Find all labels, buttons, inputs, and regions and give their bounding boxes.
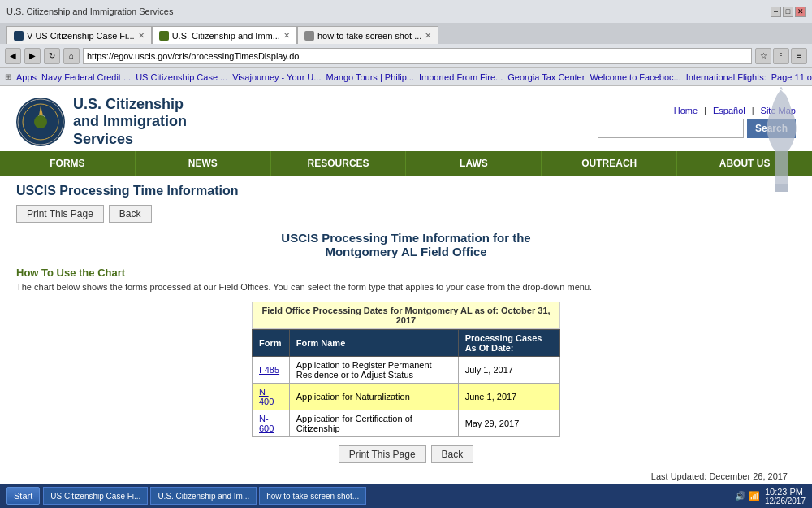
bookmark-5[interactable]: Imported From Fire... [419, 72, 503, 82]
nav-laws[interactable]: LAWS [406, 151, 542, 176]
forward-button[interactable]: ▶ [24, 48, 41, 64]
bookmark-1[interactable]: Navy Federal Credit ... [41, 72, 131, 82]
start-button[interactable]: Start [6, 487, 40, 505]
nav-news[interactable]: NEWS [136, 151, 271, 176]
tab-favicon-1 [14, 31, 24, 41]
processing-table: Form Form Name Processing Cases As Of Da… [252, 329, 560, 437]
title-text: U.S. Citizenship and Immigration Service… [6, 7, 173, 16]
table-wrapper: Field Office Processing Dates for Montgo… [252, 302, 560, 437]
table-row: N-600Application for Certification of Ci… [253, 410, 560, 437]
bookmark-2[interactable]: US Citizenship Case ... [136, 72, 227, 82]
time-display: 10:23 PM [765, 487, 806, 497]
address-bar[interactable] [83, 48, 752, 64]
main-nav: FORMS NEWS RESOURCES LAWS OUTREACH ABOUT… [0, 151, 812, 176]
print-button-top[interactable]: Print This Page [16, 205, 104, 223]
form-cell[interactable]: N-600 [253, 410, 290, 437]
tab-label-2: U.S. Citizenship and Imm... [172, 31, 280, 41]
link-separator-1: | [704, 106, 706, 115]
back-button[interactable]: ◀ [5, 48, 21, 64]
taskbar: Start US Citizenship Case Fi...U.S. Citi… [0, 484, 812, 508]
form-cell[interactable]: I-485 [253, 357, 290, 384]
form-name-cell: Application to Register Permanent Reside… [289, 357, 458, 384]
content-area: USCIS Processing Time Information Print … [0, 176, 812, 484]
home-link[interactable]: Home [674, 106, 698, 115]
bookmark-9[interactable]: Page 11 of Troy-Bilt ... [771, 72, 812, 82]
col-date: Processing Cases As Of Date: [458, 330, 559, 357]
star-icon[interactable]: ☆ [755, 48, 771, 64]
tab-close-3[interactable]: ✕ [425, 31, 431, 40]
bookmark-apps[interactable]: Apps [16, 72, 37, 82]
tab-favicon-3 [304, 31, 314, 41]
table-row: I-485Application to Register Permanent R… [253, 357, 560, 384]
taskbar-item-2[interactable]: how to take screen shot... [259, 487, 366, 505]
statue-silhouette [747, 86, 812, 192]
close-button[interactable]: ✕ [795, 7, 806, 17]
description: The chart below shows the forms processe… [16, 282, 796, 292]
bookmark-3[interactable]: Visajourney - Your U... [232, 72, 321, 82]
date-cell: June 1, 2017 [458, 384, 559, 410]
clock: 10:23 PM 12/26/2017 [765, 487, 806, 506]
form-name-cell: Application for Naturalization [289, 384, 458, 410]
tab-close-2[interactable]: ✕ [283, 31, 290, 40]
nav-outreach[interactable]: OUTREACH [542, 151, 677, 176]
title-bar-left: U.S. Citizenship and Immigration Service… [6, 7, 173, 16]
print-button-bottom[interactable]: Print This Page [339, 445, 426, 463]
bottom-btn-row: Print This Page Back [16, 445, 796, 463]
svg-point-4 [34, 115, 47, 128]
date-cell: May 29, 2017 [458, 410, 559, 437]
tab-1[interactable]: V US Citizenship Case Fi... ✕ [6, 26, 152, 44]
col-name: Form Name [289, 330, 458, 357]
bookmark-8[interactable]: International Flights: [686, 72, 767, 82]
page-title: USCIS Processing Time Information [16, 184, 796, 198]
bookmark-6[interactable]: Georgia Tax Center [508, 72, 585, 82]
center-title-line1: USCIS Processing Time Information for th… [16, 231, 796, 245]
date-display: 12/26/2017 [765, 497, 806, 506]
bookmark-7[interactable]: Welcome to Faceboc... [590, 72, 680, 82]
taskbar-item-0[interactable]: US Citizenship Case Fi... [43, 487, 148, 505]
top-btn-row: Print This Page Back [16, 205, 796, 223]
search-input[interactable] [598, 119, 744, 138]
minimize-button[interactable]: – [771, 7, 781, 17]
tabs-bar: V US Citizenship Case Fi... ✕ U.S. Citiz… [0, 23, 812, 44]
nav-bar: ◀ ▶ ↻ ⌂ ☆ ⋮ ≡ [0, 44, 812, 68]
page-wrapper: DHS U.S. Citizenship and Immigration Ser… [0, 86, 812, 484]
logo-area: DHS U.S. Citizenship and Immigration Ser… [16, 96, 187, 149]
bookmark-icon[interactable]: ⋮ [773, 48, 789, 64]
logo-text: U.S. Citizenship and Immigration Service… [73, 96, 187, 149]
center-title: USCIS Processing Time Information for th… [16, 231, 796, 258]
svg-rect-5 [775, 184, 788, 192]
nav-forms[interactable]: FORMS [0, 151, 136, 176]
bookmark-4[interactable]: Mango Tours | Philip... [326, 72, 413, 82]
apps-icon[interactable]: ⊞ [5, 72, 11, 81]
home-button[interactable]: ⌂ [63, 48, 80, 64]
settings-icon[interactable]: ≡ [791, 48, 807, 64]
tray-icon-1: 🔊 [735, 491, 746, 501]
table-header-note: Field Office Processing Dates for Montgo… [252, 302, 560, 329]
date-cell: July 1, 2017 [458, 357, 559, 384]
nav-resources[interactable]: RESOURCES [271, 151, 407, 176]
table-row: N-400Application for NaturalizationJune … [253, 384, 560, 410]
logo-line3: Services [73, 131, 187, 149]
center-title-line2: Montgomery AL Field Office [16, 245, 796, 258]
logo-seal: DHS [16, 98, 65, 146]
col-form: Form [253, 330, 290, 357]
title-bar: U.S. Citizenship and Immigration Service… [0, 0, 812, 23]
tray-icon-2: 📶 [749, 491, 760, 501]
tab-3[interactable]: how to take screen shot ... ✕ [297, 26, 438, 44]
back-button-top[interactable]: Back [109, 205, 152, 223]
reload-button[interactable]: ↻ [44, 48, 60, 64]
tab-label-3: how to take screen shot ... [317, 31, 421, 41]
browser-chrome: U.S. Citizenship and Immigration Service… [0, 0, 812, 86]
tab-2[interactable]: U.S. Citizenship and Imm... ✕ [152, 26, 297, 44]
section-title: How To Use the Chart [16, 267, 796, 279]
logo-line2: and Immigration [73, 113, 187, 131]
maximize-button[interactable]: □ [783, 7, 793, 17]
bookmarks-bar: ⊞ Apps Navy Federal Credit ... US Citize… [0, 68, 812, 86]
site-header: DHS U.S. Citizenship and Immigration Ser… [0, 86, 812, 151]
espanol-link[interactable]: Español [713, 106, 745, 115]
taskbar-item-1[interactable]: U.S. Citizenship and Im... [150, 487, 257, 505]
form-cell[interactable]: N-400 [253, 384, 290, 410]
back-button-bottom[interactable]: Back [431, 445, 474, 463]
tab-close-1[interactable]: ✕ [138, 31, 145, 40]
tab-favicon-2 [159, 31, 169, 41]
